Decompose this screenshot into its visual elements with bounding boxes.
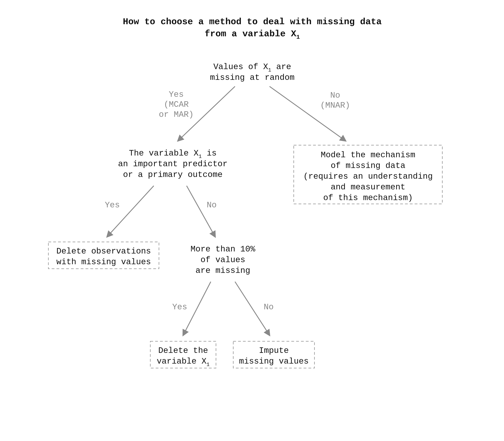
svg-text:and measurement: and measurement <box>331 183 405 192</box>
svg-text:of missing data: of missing data <box>331 161 405 170</box>
flowchart: How to choose a method to deal with miss… <box>0 0 504 441</box>
node-impute-missing: Impute missing values <box>233 341 315 368</box>
edge-label-ten-yes: Yes <box>172 302 187 312</box>
node-more-than-10pct: More than 10% of values are missing <box>190 245 255 275</box>
edge-label-no-mnar: No (MNAR) <box>320 91 350 110</box>
arrow-more10-to-deletevar <box>183 282 211 335</box>
svg-text:Values of X1 are: Values of X1 are <box>213 62 291 73</box>
svg-text:missing values: missing values <box>239 357 309 366</box>
svg-text:(requires an understanding: (requires an understanding <box>303 172 433 181</box>
edge-label-imp-no: No <box>207 201 217 210</box>
edge-label-yes-mcar-mar: Yes (MCAR or MAR) <box>159 90 194 119</box>
svg-text:variable X1: variable X1 <box>157 357 210 368</box>
svg-text:or MAR): or MAR) <box>159 110 194 119</box>
svg-text:from a variable X1: from a variable X1 <box>205 29 300 40</box>
svg-text:No: No <box>330 91 340 100</box>
svg-text:missing at random: missing at random <box>210 73 295 82</box>
node-delete-observations: Delete observations with missing values <box>48 242 159 269</box>
svg-text:are missing: are missing <box>196 266 250 275</box>
svg-text:The variable X1 is: The variable X1 is <box>129 149 217 159</box>
svg-text:(MCAR: (MCAR <box>164 100 189 109</box>
svg-text:of this mechanism): of this mechanism) <box>323 193 413 203</box>
arrow-important-to-deleteobs <box>107 186 154 237</box>
svg-text:of values: of values <box>200 255 245 265</box>
svg-text:Delete the: Delete the <box>158 346 208 355</box>
svg-text:(MNAR): (MNAR) <box>320 101 350 110</box>
svg-text:How to choose a method to deal: How to choose a method to deal with miss… <box>123 17 382 27</box>
svg-text:Delete observations: Delete observations <box>56 247 151 256</box>
node-delete-variable: Delete the variable X1 <box>150 341 216 368</box>
svg-text:Yes: Yes <box>169 90 184 99</box>
edge-label-ten-no: No <box>264 302 274 312</box>
diagram-title: How to choose a method to deal with miss… <box>123 17 382 40</box>
svg-text:or a primary outcome: or a primary outcome <box>123 170 222 179</box>
svg-text:with missing values: with missing values <box>56 257 151 267</box>
edge-label-imp-yes: Yes <box>105 201 120 210</box>
node-model-mechanism: Model the mechanism of missing data (req… <box>294 145 442 204</box>
svg-text:an important predictor: an important predictor <box>118 159 228 169</box>
node-root-missing-at-random: Values of X1 are missing at random <box>210 62 295 82</box>
svg-text:Impute: Impute <box>259 346 289 355</box>
node-important-predictor: The variable X1 is an important predicto… <box>118 149 228 179</box>
svg-text:Model the mechanism: Model the mechanism <box>321 150 415 160</box>
svg-text:More than 10%: More than 10% <box>190 245 255 254</box>
arrow-important-to-more10 <box>187 186 215 237</box>
